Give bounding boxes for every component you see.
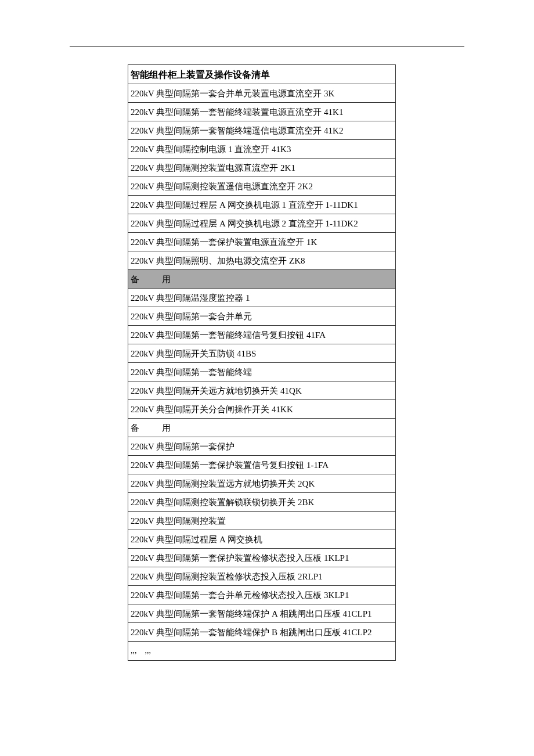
top-rule	[70, 46, 464, 47]
table-row: 220kV 典型间隔温湿度监控器 1	[128, 289, 395, 307]
equipment-table: 智能组件柜上装置及操作设备清单 220kV 典型间隔第一套合并单元装置电源直流空…	[128, 64, 396, 661]
table-row: 220kV 典型间隔第一套智能终端保护 B 相跳闸出口压板 41CLP2	[128, 623, 395, 642]
table-row: 220kV 典型间隔第一套保护装置信号复归按钮 1-1FA	[128, 456, 395, 474]
table-row: 220kV 典型间隔过程层 A 网交换机	[128, 530, 395, 549]
table-row: 220kV 典型间隔第一套智能终端遥信电源直流空开 41K2	[128, 121, 395, 140]
table-row: 备 用	[128, 419, 395, 437]
table-row: 220kV 典型间隔测控装置遥信电源直流空开 2K2	[128, 177, 395, 196]
table-row: 220kV 典型间隔过程层 A 网交换机电源 1 直流空开 1-11DK1	[128, 196, 395, 214]
table-header: 智能组件柜上装置及操作设备清单	[128, 65, 395, 84]
page-container: 智能组件柜上装置及操作设备清单 220kV 典型间隔第一套合并单元装置电源直流空…	[0, 0, 534, 661]
table-row: 220kV 典型间隔控制电源 1 直流空开 41K3	[128, 140, 395, 159]
table-row: 220kV 典型间隔测控装置检修状态投入压板 2RLP1	[128, 567, 395, 586]
table-row: 220kV 典型间隔开关五防锁 41BS	[128, 344, 395, 363]
table-row: 220kV 典型间隔测控装置电源直流空开 2K1	[128, 159, 395, 177]
table-row: 220kV 典型间隔第一套智能终端装置电源直流空开 41K1	[128, 103, 395, 121]
table-row: 220kV 典型间隔第一套智能终端信号复归按钮 41FA	[128, 326, 395, 344]
table-row: 220kV 典型间隔第一套保护	[128, 437, 395, 456]
table-row: 220kV 典型间隔第一套智能终端	[128, 363, 395, 381]
table-row: 220kV 典型间隔过程层 A 网交换机电源 2 直流空开 1-11DK2	[128, 214, 395, 233]
table-row: 220kV 典型间隔测控装置解锁联锁切换开关 2BK	[128, 493, 395, 512]
table-row: 220kV 典型间隔第一套智能终端保护 A 相跳闸出口压板 41CLP1	[128, 604, 395, 623]
table-row: 220kV 典型间隔第一套合并单元检修状态投入压板 3KLP1	[128, 586, 395, 604]
table-row: 备 用	[128, 270, 395, 289]
table-row: 220kV 典型间隔第一套保护装置检修状态投入压板 1KLP1	[128, 549, 395, 567]
table-row: 220kV 典型间隔开关远方就地切换开关 41QK	[128, 381, 395, 400]
table-row: 220kV 典型间隔第一套合并单元	[128, 307, 395, 326]
table-row: 220kV 典型间隔测控装置远方就地切换开关 2QK	[128, 474, 395, 493]
table-row: 220kV 典型间隔开关分合闸操作开关 41KK	[128, 400, 395, 419]
table-row: 220kV 典型间隔第一套合并单元装置电源直流空开 3K	[128, 84, 395, 103]
table-row: 220kV 典型间隔照明、加热电源交流空开 ZK8	[128, 251, 395, 270]
table-row: 220kV 典型间隔测控装置	[128, 512, 395, 530]
table-row: 220kV 典型间隔第一套保护装置电源直流空开 1K	[128, 233, 395, 251]
table-trailing-row: ,,, ,,,	[128, 642, 395, 661]
